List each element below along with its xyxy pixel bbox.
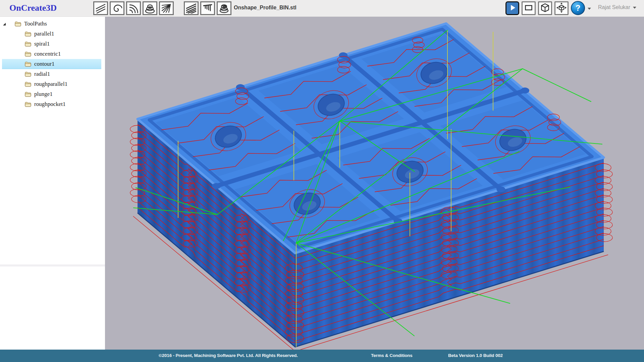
toolpaths-tree: ToolPaths parallel1 spiral1 concentric1 …	[0, 19, 105, 109]
folder-icon	[25, 41, 31, 47]
tree-root-label: ToolPaths	[24, 20, 47, 27]
folder-icon	[25, 102, 31, 107]
view-2d-button[interactable]	[522, 1, 536, 15]
folder-icon	[25, 92, 31, 97]
help-button[interactable]: ?	[571, 1, 585, 15]
help-caret-icon	[588, 8, 591, 10]
toolpath-toolbar	[93, 1, 233, 15]
fit-view-button[interactable]	[554, 1, 569, 15]
radial-icon	[161, 3, 171, 13]
copyright-text: ©2016 - Present, Machining Software Pvt.…	[159, 353, 298, 358]
spiral-toolpath-button[interactable]	[110, 1, 124, 15]
roughpocket-toolpath-button[interactable]	[217, 1, 231, 15]
tree-item-label: spiral1	[34, 41, 50, 47]
viewport-3d[interactable]	[105, 17, 644, 350]
tree-expand-icon[interactable]	[3, 22, 6, 26]
folder-icon	[25, 81, 31, 87]
concentric-icon	[128, 3, 139, 13]
tree-item-label: concentric1	[34, 51, 61, 57]
contour-toolpath-button[interactable]	[143, 1, 157, 15]
user-caret-icon	[633, 7, 636, 9]
radial-toolpath-button[interactable]	[159, 1, 174, 15]
plunge-icon	[203, 3, 213, 13]
roughparallel-toolpath-button[interactable]	[184, 1, 199, 15]
contour-icon	[145, 3, 155, 13]
play-icon	[508, 3, 517, 13]
tree-item-label: radial1	[34, 71, 50, 77]
view-3d-button[interactable]	[538, 1, 552, 15]
help-icon: ?	[576, 3, 581, 13]
footer: ©2016 - Present, Machining Software Pvt.…	[0, 350, 644, 362]
folder-icon	[25, 31, 31, 37]
folder-icon	[25, 71, 31, 77]
roughparallel-icon	[186, 3, 196, 13]
tree-root-toolpaths[interactable]: ToolPaths	[2, 19, 101, 29]
spiral-icon	[112, 3, 122, 13]
tree-item-spiral1[interactable]: spiral1	[2, 39, 101, 49]
view-3d-icon	[540, 2, 550, 14]
folder-icon	[25, 61, 31, 67]
tree-item-label: roughpocket1	[34, 101, 65, 108]
parallel-toolpath-button[interactable]	[93, 1, 108, 15]
roughpocket-icon	[219, 3, 229, 13]
sidebar: ToolPaths parallel1 spiral1 concentric1 …	[0, 17, 105, 350]
concentric-toolpath-button[interactable]	[126, 1, 141, 15]
tree-item-label: plunge1	[34, 91, 53, 98]
view-toolbar: ?	[505, 1, 593, 15]
plunge-toolpath-button[interactable]	[200, 1, 215, 15]
header: OnCreate3D Onshape_Profile_BIN.stl ? Raj…	[0, 0, 644, 17]
fit-view-icon	[556, 2, 567, 14]
version-text: Beta Version 1.0 Build 002	[448, 353, 503, 358]
tree-item-plunge1[interactable]: plunge1	[2, 89, 101, 99]
tree-item-concentric1[interactable]: concentric1	[2, 49, 101, 59]
view-2d-icon	[524, 3, 534, 14]
tree-item-label: contour1	[34, 61, 54, 67]
terms-link[interactable]: Terms & Conditions	[371, 353, 413, 358]
app-logo: OnCreate3D	[9, 3, 57, 13]
tree-item-label: roughparallel1	[34, 81, 67, 87]
tree-item-label: parallel1	[34, 31, 54, 37]
tree-item-radial1[interactable]: radial1	[2, 69, 101, 79]
user-name: Rajat Selukar	[598, 4, 630, 10]
tree-item-roughpocket1[interactable]: roughpocket1	[2, 99, 101, 109]
user-menu[interactable]: Rajat Selukar	[598, 4, 638, 10]
parallel-icon	[96, 3, 106, 13]
tree-item-contour1[interactable]: contour1	[2, 59, 101, 69]
tree-item-parallel1[interactable]: parallel1	[2, 29, 101, 39]
tree-item-roughparallel1[interactable]: roughparallel1	[2, 79, 101, 89]
toolbar-spacer	[175, 8, 184, 8]
folder-icon	[15, 21, 21, 26]
play-button[interactable]	[505, 1, 519, 15]
folder-icon	[25, 51, 31, 57]
sidebar-divider	[0, 264, 105, 266]
open-file-name: Onshape_Profile_BIN.stl	[234, 5, 297, 11]
model-3d-scene	[105, 17, 644, 350]
